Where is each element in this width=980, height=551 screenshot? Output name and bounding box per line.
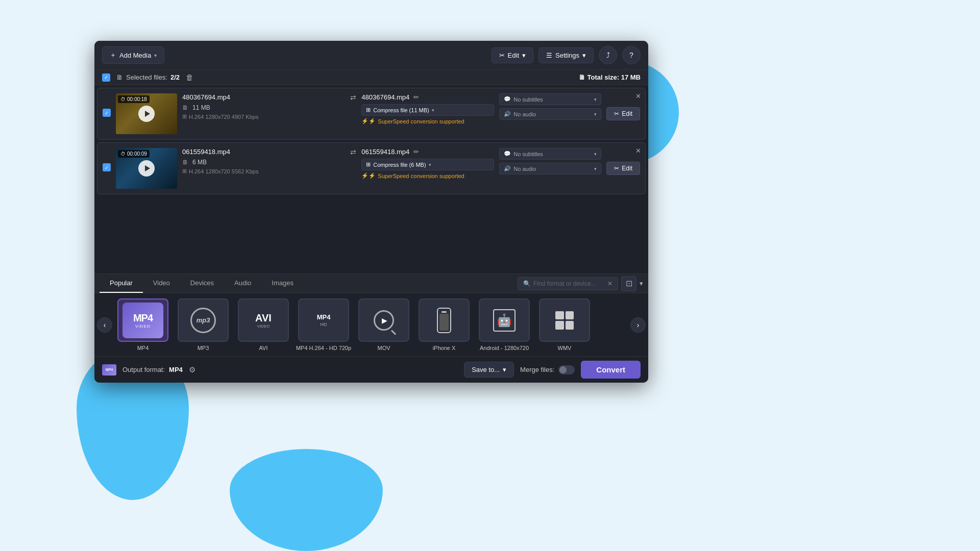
plus-icon: ＋ xyxy=(110,51,116,60)
select-all-checkbox[interactable]: ✓ xyxy=(102,73,110,82)
file2-output-name: 061559418.mp4 xyxy=(361,148,409,156)
file1-audio-label: No audio xyxy=(513,111,536,117)
tab-popular[interactable]: Popular xyxy=(100,274,143,293)
file2-output-name-row: 061559418.mp4 ✏ xyxy=(361,148,494,156)
settings-button[interactable]: ☰ Settings ▾ xyxy=(538,47,594,63)
format-search-box[interactable]: 🔍 ✕ xyxy=(518,277,618,290)
search-clear-icon[interactable]: ✕ xyxy=(607,280,612,287)
help-icon: ? xyxy=(629,51,633,59)
output-settings-gear-icon[interactable]: ⚙ xyxy=(189,365,195,374)
iphone-icon xyxy=(424,303,464,338)
wmv-label: WMV xyxy=(558,345,572,351)
merge-files-label: Merge files: xyxy=(520,365,575,374)
convert-arrow-2: ⇄ xyxy=(350,148,356,156)
toolbar: ＋ Add Media ▾ ✂ Edit ▾ ☰ Settings ▾ ⤴ ? xyxy=(94,41,648,69)
format-item-mp4[interactable]: MP4 VIDEO MP4 xyxy=(115,298,171,351)
resolution-icon-2: ⊞ xyxy=(182,168,187,174)
file1-spec: H.264 1280x720 4907 Kbps xyxy=(189,114,258,120)
file2-compress-label: Compress file (6 MB) xyxy=(373,162,426,168)
file1-play-button[interactable] xyxy=(138,106,155,122)
file1-close-icon[interactable]: ✕ xyxy=(635,92,641,100)
format-tabs: Popular Video Devices Audio Images 🔍 ✕ ⊡… xyxy=(94,274,648,293)
format-search-input[interactable] xyxy=(533,280,605,287)
avi-main-text: AVI xyxy=(255,312,272,324)
file1-name-row: 480367694.mp4 xyxy=(182,93,345,101)
edit-scissors-icon-2: ✂ xyxy=(614,165,619,172)
save-to-label: Save to... xyxy=(472,366,500,373)
android-icon: 🤖 xyxy=(484,303,525,338)
file2-edit-pencil-icon[interactable]: ✏ xyxy=(413,148,419,156)
output-format-icon: MP4 xyxy=(102,364,116,375)
tab-video[interactable]: Video xyxy=(143,274,180,293)
file1-edit-button[interactable]: ✂ Edit xyxy=(606,107,640,120)
edit-scissors-icon: ✂ xyxy=(499,52,505,59)
file2-checkbox[interactable]: ✓ xyxy=(103,163,111,171)
format-item-android[interactable]: 🤖 Android - 1280x720 xyxy=(476,298,532,351)
bg-blob-bottom-decoration xyxy=(230,449,383,551)
format-item-avi[interactable]: AVI VIDEO AVI xyxy=(235,298,291,351)
add-media-chevron-icon: ▾ xyxy=(154,53,157,58)
file1-audio-select[interactable]: 🔊 No audio ▾ xyxy=(499,108,601,120)
delete-icon[interactable]: 🗑 xyxy=(186,73,193,82)
format-item-iphone[interactable]: iPhone X xyxy=(416,298,472,351)
format-item-mov[interactable]: ▶ MOV xyxy=(356,298,412,351)
add-media-button[interactable]: ＋ Add Media ▾ xyxy=(102,46,164,64)
android-box: 🤖 xyxy=(493,309,516,332)
compress-chevron-icon-2: ▾ xyxy=(429,162,431,167)
help-button[interactable]: ? xyxy=(622,46,641,64)
format-item-mp4hd[interactable]: MP4 HD MP4 H.264 - HD 720p xyxy=(296,298,352,351)
format-nav-prev[interactable]: ‹ xyxy=(97,317,112,333)
tab-audio[interactable]: Audio xyxy=(224,274,261,293)
file1-edit-label: Edit xyxy=(622,110,632,117)
merge-files-toggle[interactable] xyxy=(558,365,575,374)
file2-spec-row: ⊞ H.264 1280x720 5562 Kbps xyxy=(182,168,345,174)
edit-label: Edit xyxy=(508,52,519,59)
format-nav-next[interactable]: › xyxy=(630,317,646,333)
mp3-label: MP3 xyxy=(198,345,209,351)
file2-audio-select[interactable]: 🔊 No audio ▾ xyxy=(499,163,601,174)
mp4hd-icon: MP4 HD xyxy=(303,303,344,338)
screen-capture-button[interactable]: ⊡ xyxy=(621,276,636,291)
file2-spec: H.264 1280x720 5562 Kbps xyxy=(189,168,258,174)
wmv-icon-box xyxy=(539,298,590,342)
file2-duration: 00:00:09 xyxy=(127,151,147,157)
subtitle-icon: 💬 xyxy=(504,96,511,103)
format-item-wmv[interactable]: WMV xyxy=(536,298,593,351)
search-icon: 🔍 xyxy=(523,280,531,287)
file1-subtitle-select[interactable]: 💬 No subtitles ▾ xyxy=(499,93,601,105)
mp4-icon-box: MP4 VIDEO xyxy=(117,298,168,342)
tab-devices[interactable]: Devices xyxy=(180,274,224,293)
share-icon: ⤴ xyxy=(606,51,610,59)
mov-label: MOV xyxy=(377,345,390,351)
compress-icon-2: ⊞ xyxy=(366,161,371,168)
panel-collapse-icon[interactable]: ▾ xyxy=(640,280,643,287)
mp4-sub-text: VIDEO xyxy=(135,324,151,329)
app-window: ＋ Add Media ▾ ✂ Edit ▾ ☰ Settings ▾ ⤴ ? … xyxy=(94,41,648,383)
convert-button[interactable]: Convert xyxy=(581,361,641,379)
file2-edit-button[interactable]: ✂ Edit xyxy=(606,162,640,175)
selected-count: 2/2 xyxy=(170,73,180,81)
wmv-icon xyxy=(544,303,585,338)
subtitle-chevron-icon: ▾ xyxy=(594,97,597,102)
tab-images[interactable]: Images xyxy=(261,274,304,293)
file2-play-button[interactable] xyxy=(138,160,155,177)
format-item-mp3[interactable]: mp3 MP3 xyxy=(175,298,231,351)
file2-subtitle-select[interactable]: 💬 No subtitles ▾ xyxy=(499,148,601,160)
mp4-icon: MP4 VIDEO xyxy=(122,303,163,338)
output-format-text: Output format: xyxy=(122,366,165,373)
mp4-main-text: MP4 xyxy=(133,312,153,324)
file2-name-row: 061559418.mp4 xyxy=(182,148,345,156)
file2-compress-select[interactable]: ⊞ Compress file (6 MB) ▾ xyxy=(361,159,494,170)
output-format-label: Output format: MP4 xyxy=(122,366,183,373)
save-to-button[interactable]: Save to... ▾ xyxy=(464,362,514,378)
share-button[interactable]: ⤴ xyxy=(599,46,617,64)
file1-compress-select[interactable]: ⊞ Compress file (11 MB) ▾ xyxy=(361,104,494,116)
file1-subtitle-col: 💬 No subtitles ▾ 🔊 No audio ▾ xyxy=(499,93,601,120)
file1-edit-pencil-icon[interactable]: ✏ xyxy=(413,93,419,101)
edit-button[interactable]: ✂ Edit ▾ xyxy=(492,47,533,63)
file2-subtitle-label: No subtitles xyxy=(513,151,543,157)
file1-checkbox[interactable]: ✓ xyxy=(103,109,111,117)
audio-chevron-icon-2: ▾ xyxy=(594,166,597,171)
file2-close-icon[interactable]: ✕ xyxy=(635,147,641,155)
clock-icon: ⏱ xyxy=(120,96,126,102)
